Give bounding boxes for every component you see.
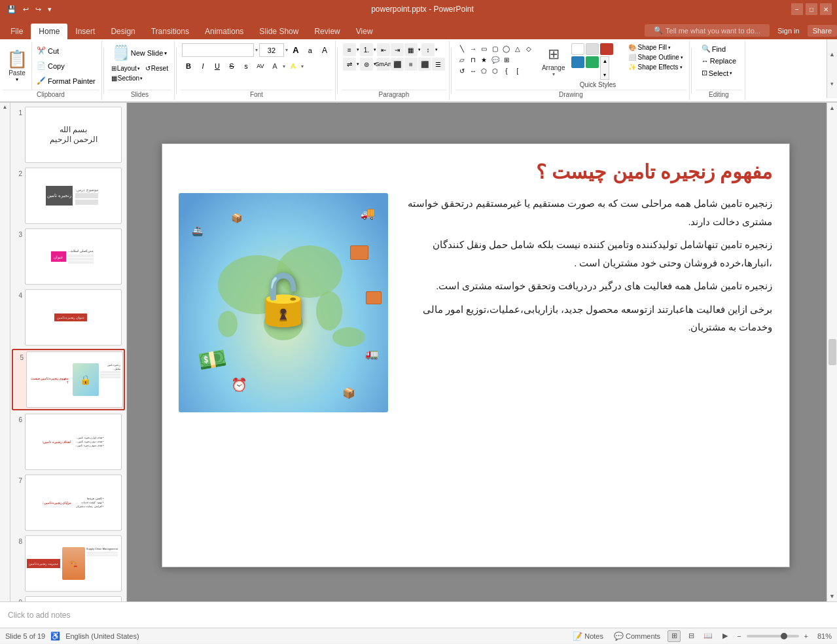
- quick-style-2[interactable]: [586, 43, 599, 55]
- align-right-button[interactable]: ⬛: [418, 58, 431, 71]
- shape-parallelogram[interactable]: ▱: [457, 54, 467, 65]
- shape-line[interactable]: ╲: [457, 43, 467, 54]
- quick-style-3[interactable]: [600, 43, 613, 55]
- font-name-input[interactable]: [182, 43, 254, 57]
- bold-button[interactable]: B: [182, 60, 195, 73]
- quick-style-1[interactable]: [571, 43, 584, 55]
- find-button[interactable]: 🔍Find: [700, 43, 738, 54]
- quick-styles-label[interactable]: Quick Styles: [571, 81, 624, 88]
- ribbon-scroll-up[interactable]: ▲: [827, 39, 837, 69]
- font-decrease-button[interactable]: a: [304, 44, 317, 57]
- quick-styles-scroll[interactable]: ▲▾: [600, 56, 609, 80]
- paste-button[interactable]: 📋 Paste ▾: [3, 42, 32, 90]
- zoom-out-button[interactable]: −: [736, 632, 742, 640]
- underline-button[interactable]: U: [211, 60, 224, 73]
- share-button[interactable]: Share: [808, 25, 837, 37]
- undo-icon[interactable]: ↩: [21, 4, 31, 15]
- tab-insert[interactable]: Insert: [67, 24, 103, 39]
- slide-text[interactable]: زنجیره تامین شامل همه مراحلی ست که به صو…: [398, 195, 773, 342]
- tell-me-input[interactable]: 🔍 Tell me what you want to do...: [645, 24, 770, 37]
- tab-view[interactable]: View: [348, 24, 381, 39]
- font-size-input[interactable]: [259, 43, 284, 57]
- shape-double-arrow[interactable]: ↔: [468, 65, 478, 76]
- font-name-dropdown[interactable]: ▾: [255, 47, 258, 53]
- format-painter-button[interactable]: 🖌️Format Painter: [35, 75, 98, 86]
- slide-title[interactable]: مفهوم زنجیره تامین چیست ؟: [179, 160, 773, 183]
- align-text-button[interactable]: ⊜: [360, 58, 373, 71]
- shape-hexagon[interactable]: ⬡: [490, 65, 501, 76]
- font-highlight-dropdown[interactable]: ▾: [301, 63, 304, 69]
- vscroll-up-arrow[interactable]: ▲: [829, 105, 835, 111]
- tab-file[interactable]: File: [3, 24, 31, 39]
- section-button[interactable]: ▦Section▾: [109, 74, 170, 82]
- copy-button[interactable]: 📄Copy: [35, 60, 98, 71]
- slide-sorter-button[interactable]: ⊟: [685, 630, 698, 642]
- save-icon[interactable]: 💾: [5, 4, 18, 15]
- shape-star[interactable]: ★: [479, 54, 490, 65]
- font-color-button[interactable]: A: [268, 60, 281, 73]
- shape-round-rect[interactable]: ▢: [490, 43, 501, 54]
- customize-qat-icon[interactable]: ▾: [46, 4, 54, 15]
- slide-image[interactable]: 🔓 💵 🚚 🚛 🚢 📦 📦 ⏰: [179, 193, 388, 412]
- sidebar-scroll-up[interactable]: ▲: [3, 104, 8, 110]
- columns-button[interactable]: ▦: [404, 43, 418, 56]
- tab-slideshow[interactable]: Slide Show: [251, 24, 306, 39]
- comments-button[interactable]: 💬 Comments: [611, 630, 664, 642]
- slide-thumb-5[interactable]: 5 مفهوم زنجیره تامین چیست ؟ 🔒 زنجیره تام…: [12, 349, 125, 410]
- quick-style-5[interactable]: [586, 56, 599, 68]
- slide-thumb-8[interactable]: 8 مدیریت زنجیره تامین 🏗️ Supply Chain Ma…: [12, 534, 125, 593]
- slide-thumb-7[interactable]: 7 مزایای زنجیره تامین: • کاهش هزینه‌ها •…: [12, 473, 125, 532]
- accessibility-icon[interactable]: ♿: [50, 632, 60, 641]
- zoom-slider[interactable]: [747, 635, 799, 637]
- quick-style-4[interactable]: [571, 56, 584, 68]
- notes-button[interactable]: 📝 Notes: [569, 630, 607, 642]
- zoom-slider-thumb[interactable]: [781, 633, 787, 639]
- tab-transitions[interactable]: Transitions: [143, 24, 197, 39]
- increase-indent-button[interactable]: ⇥: [391, 43, 404, 56]
- shape-fill-button[interactable]: 🎨Shape Fill▾: [626, 43, 685, 52]
- font-color-dropdown[interactable]: ▾: [283, 63, 285, 69]
- arrange-button[interactable]: ⊞ Arrange ▾: [538, 43, 569, 80]
- tab-home[interactable]: Home: [31, 24, 67, 39]
- replace-button[interactable]: ↔Replace: [700, 56, 738, 66]
- font-size-dropdown[interactable]: ▾: [285, 47, 288, 53]
- font-color-highlight-button[interactable]: A: [287, 60, 300, 73]
- tab-animations[interactable]: Animations: [197, 24, 251, 39]
- shape-arrow[interactable]: →: [468, 43, 478, 54]
- slide-thumb-6[interactable]: 6 اهداف زنجیره تامین: • هدف اول زنجیره ت…: [12, 412, 125, 471]
- slide-thumb-2[interactable]: 2 زنجیره تامین موضوع درس:: [12, 166, 125, 225]
- decrease-indent-button[interactable]: ⇤: [377, 43, 390, 56]
- vscroll-thumb[interactable]: [828, 339, 836, 365]
- redo-icon[interactable]: ↪: [33, 4, 43, 15]
- select-button[interactable]: ⊡Select▾: [700, 67, 738, 79]
- slide-thumb-1[interactable]: 1 بسم اللهالرحمن الرحيم: [12, 105, 125, 164]
- reading-view-button[interactable]: 📖: [702, 630, 715, 642]
- bullets-button[interactable]: ≡: [343, 43, 356, 56]
- restore-button[interactable]: □: [806, 3, 817, 15]
- char-spacing-button[interactable]: AV: [254, 60, 267, 73]
- slide-thumb-3[interactable]: 3 عنوان متن اصلی اسلاید...: [12, 227, 125, 286]
- slide-thumb-4[interactable]: 4 عنوان زنجیره تامین: [12, 288, 125, 347]
- zoom-in-button[interactable]: +: [803, 632, 810, 640]
- shape-effects-button[interactable]: ✨Shape Effects▾: [626, 63, 685, 71]
- text-shadow-button[interactable]: s: [240, 60, 253, 73]
- shape-cylinder[interactable]: ⊓: [468, 54, 478, 65]
- numbering-button[interactable]: 1.: [360, 43, 373, 56]
- convert-smartart-button[interactable]: SmArt: [377, 58, 390, 71]
- layout-button[interactable]: ⊞Layout▾: [109, 64, 142, 73]
- italic-button[interactable]: I: [196, 60, 209, 73]
- vscroll-down-arrow[interactable]: ▼: [829, 593, 835, 599]
- shape-more[interactable]: ⊞: [501, 54, 512, 65]
- new-slide-button[interactable]: 🗒️ New Slide ▾: [109, 43, 170, 63]
- shape-triangle[interactable]: △: [512, 43, 523, 54]
- normal-view-button[interactable]: ⊞: [668, 630, 681, 642]
- shape-outline-button[interactable]: ⬜Shape Outline▾: [626, 53, 685, 62]
- close-button[interactable]: ✕: [820, 3, 832, 15]
- shape-pentagon[interactable]: ⬠: [479, 65, 490, 76]
- slideshow-view-button[interactable]: ▶: [719, 630, 732, 642]
- notes-area[interactable]: Click to add notes: [0, 601, 837, 628]
- align-center-button[interactable]: ≡: [404, 58, 418, 71]
- tab-review[interactable]: Review: [306, 24, 347, 39]
- shape-curved-arrow[interactable]: ↺: [457, 65, 467, 76]
- reset-button[interactable]: ↺Reset: [143, 64, 170, 73]
